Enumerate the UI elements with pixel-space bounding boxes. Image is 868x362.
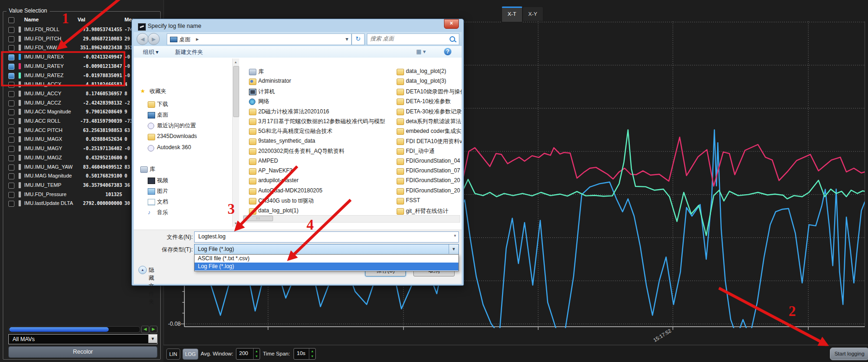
filetype-combobox[interactable]: Log File (*.log) ▼ bbox=[194, 244, 459, 255]
file-list-item[interactable]: deta系列导航滤波算法 bbox=[406, 118, 461, 125]
file-list-item[interactable]: FDIGroundStation_20 bbox=[406, 187, 460, 194]
sidebar-item[interactable]: 图片 bbox=[157, 187, 168, 195]
dialog-title-bar[interactable]: Specify log file name bbox=[134, 21, 462, 32]
file-list-item[interactable]: 2D磁力计校准算法20201016 bbox=[258, 108, 329, 116]
file-list-item[interactable]: git_杆臂在线估计 bbox=[406, 207, 448, 215]
sidebar-item[interactable]: 最近访问的位置 bbox=[157, 122, 196, 130]
sidebar-item[interactable]: 下载 bbox=[157, 100, 168, 108]
breadcrumb[interactable]: 桌面 ▸ ▾ bbox=[167, 33, 352, 45]
scroll-down-icon[interactable]: ▼ bbox=[234, 222, 237, 225]
log-scale-button[interactable]: LOG bbox=[183, 349, 198, 360]
sidebar-item[interactable]: 2345Downloads bbox=[157, 133, 197, 139]
refresh-button[interactable]: ↻ bbox=[352, 33, 365, 45]
row-checkbox[interactable] bbox=[8, 45, 14, 51]
file-list-horizontal-scrollbar[interactable]: ⁞⁞⁞ bbox=[243, 215, 460, 223]
sidebar-item[interactable]: Autodesk 360 bbox=[157, 144, 191, 151]
scrollbar-thumb[interactable] bbox=[233, 66, 239, 117]
linear-scale-button[interactable]: LIN bbox=[166, 349, 180, 360]
tab-x-y[interactable]: X-Y bbox=[522, 7, 543, 21]
help-button[interactable]: ? bbox=[444, 48, 451, 55]
file-list-item[interactable]: CH340G usb to ttl驱动 bbox=[258, 197, 313, 205]
row-checkbox[interactable] bbox=[8, 64, 14, 70]
start-logging-button[interactable]: Start logging bbox=[830, 348, 868, 360]
filename-field[interactable]: ▾ bbox=[194, 231, 459, 243]
sidebar-item[interactable]: 桌面 bbox=[157, 111, 168, 119]
file-list-item[interactable]: 库 bbox=[258, 68, 264, 76]
filename-input[interactable] bbox=[197, 233, 441, 240]
file-list-item[interactable]: 9states_synthetic_data bbox=[258, 138, 315, 144]
file-list-item[interactable]: data_log_plot(2) bbox=[406, 68, 446, 74]
back-button[interactable]: ◀ bbox=[137, 33, 149, 45]
file-list-item[interactable]: FDI DETA10使用资料v bbox=[406, 138, 462, 145]
row-checkbox[interactable] bbox=[8, 54, 14, 60]
view-options-button[interactable]: ▦ ▾ bbox=[416, 48, 426, 55]
search-input[interactable] bbox=[369, 35, 445, 42]
file-list-item[interactable]: data_log_plot(3) bbox=[406, 78, 446, 84]
close-button[interactable]: × bbox=[444, 19, 459, 29]
file-list-item[interactable]: 计算机 bbox=[258, 88, 275, 96]
select-all-checkbox[interactable] bbox=[8, 17, 14, 23]
new-folder-button[interactable]: 新建文件夹 bbox=[175, 48, 203, 56]
scrollbar-thumb[interactable]: ⁞⁞⁞ bbox=[243, 216, 273, 221]
combobox-dropdown-button[interactable]: ▼ bbox=[449, 244, 458, 254]
row-checkbox[interactable] bbox=[8, 155, 14, 161]
row-checkbox[interactable] bbox=[8, 201, 14, 207]
file-list-item[interactable]: ardupilot-master bbox=[258, 177, 299, 184]
row-checkbox[interactable] bbox=[8, 146, 14, 152]
sidebar-item[interactable]: 库 bbox=[150, 165, 155, 173]
row-checkbox[interactable] bbox=[8, 192, 14, 198]
file-list-item[interactable]: AP_NavEKF3 bbox=[258, 167, 293, 174]
file-list-item[interactable]: embeded coder集成实 bbox=[406, 127, 461, 135]
file-list-item[interactable]: AMPED bbox=[258, 158, 278, 164]
file-list-item[interactable]: DETA-30校准参数记录 bbox=[406, 108, 462, 116]
sidebar-item[interactable]: 视频 bbox=[157, 177, 168, 184]
file-list-item[interactable]: data_log_plot(1) bbox=[258, 207, 299, 214]
file-list-item[interactable]: Administrator bbox=[258, 78, 291, 84]
row-checkbox[interactable] bbox=[8, 173, 14, 179]
chevron-down-icon[interactable]: ▾ bbox=[454, 233, 456, 238]
row-checkbox[interactable] bbox=[8, 91, 14, 97]
file-list-item[interactable]: FDI_动中通 bbox=[406, 147, 435, 155]
search-box[interactable] bbox=[367, 33, 459, 45]
sidebar-item[interactable]: 收藏夹 bbox=[150, 87, 166, 95]
time-span-spinner[interactable]: 10s ▲▼ bbox=[294, 348, 316, 360]
row-checkbox[interactable] bbox=[8, 73, 14, 79]
spinner-arrows-icon[interactable]: ▲▼ bbox=[309, 349, 315, 359]
row-checkbox[interactable] bbox=[8, 100, 14, 106]
avg-window-spinner[interactable]: 200 ▲▼ bbox=[236, 348, 260, 360]
dropdown-option[interactable]: Log File (*.log) bbox=[195, 263, 458, 270]
sidebar-item[interactable]: 音乐 bbox=[157, 209, 168, 217]
row-checkbox[interactable] bbox=[8, 137, 14, 143]
row-checkbox[interactable] bbox=[8, 27, 14, 33]
file-list-item[interactable]: FSST bbox=[406, 197, 420, 204]
tab-x-t[interactable]: X-T bbox=[502, 7, 522, 22]
sidebar-item[interactable]: 文档 bbox=[157, 198, 168, 206]
spinner-arrows-icon[interactable]: ▲▼ bbox=[253, 349, 260, 359]
mav-selector-dropdown[interactable]: All MAVs ▼ bbox=[8, 334, 157, 344]
forward-button[interactable]: ▶ bbox=[148, 33, 160, 45]
file-list-item[interactable]: DETA-10校准参数 bbox=[406, 98, 450, 105]
row-checkbox[interactable] bbox=[8, 82, 14, 88]
file-list-item[interactable]: 5G和北斗高精度定位融合技术 bbox=[258, 127, 333, 135]
scroll-left-button[interactable]: ◀ bbox=[141, 326, 149, 333]
file-list-item[interactable]: FDIGroundStation_04 bbox=[406, 158, 460, 164]
row-checkbox[interactable] bbox=[8, 183, 14, 189]
file-list-item[interactable]: FDIGroundStation_20 bbox=[406, 177, 460, 184]
dropdown-option[interactable]: ASCII file (*.txt *.csv) bbox=[195, 255, 458, 263]
row-checkbox[interactable] bbox=[8, 165, 14, 171]
chevron-down-icon[interactable]: ▾ bbox=[346, 36, 348, 42]
file-list-item[interactable]: 网络 bbox=[258, 98, 269, 105]
file-list-item[interactable]: DETA10烧录固件与操作 bbox=[406, 88, 462, 96]
file-list-item[interactable]: 20200302周任务资料_AQ导航资料 bbox=[258, 147, 344, 155]
scrollbar-thumb[interactable] bbox=[9, 327, 109, 332]
file-list-item[interactable]: AutoQuad-MDK20180205 bbox=[258, 187, 322, 194]
scroll-up-icon[interactable]: ▲ bbox=[234, 60, 237, 64]
list-horizontal-scrollbar[interactable] bbox=[8, 326, 140, 333]
row-checkbox[interactable] bbox=[8, 109, 14, 115]
file-list-item[interactable]: 3月17日基于陀螺仪数据的12参数磁校准代码与模型 bbox=[258, 118, 385, 125]
row-checkbox[interactable] bbox=[8, 128, 14, 134]
chevron-down-icon[interactable]: ▼ bbox=[148, 335, 157, 343]
row-checkbox[interactable] bbox=[8, 118, 14, 125]
row-checkbox[interactable] bbox=[8, 36, 14, 42]
file-list-item[interactable]: FDIGroundStation_07 bbox=[406, 167, 460, 174]
